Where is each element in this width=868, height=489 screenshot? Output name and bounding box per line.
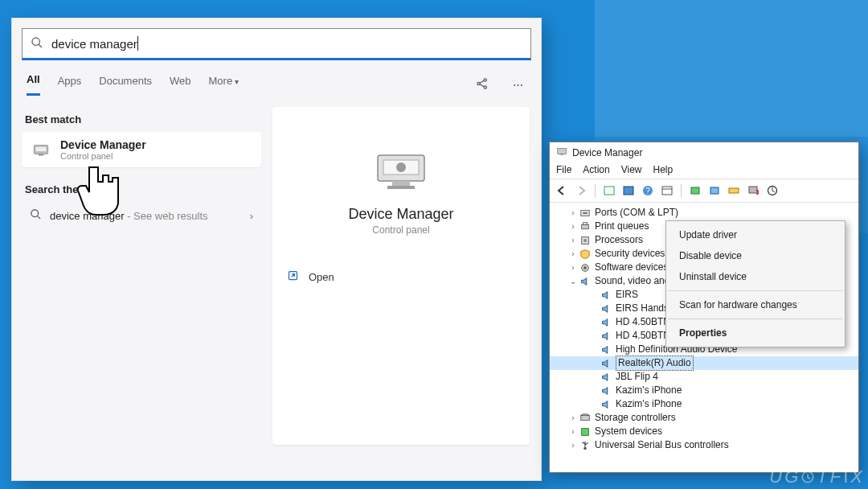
tree-category[interactable]: ›Universal Serial Bus controllers — [550, 438, 858, 452]
context-menu-item[interactable]: Update driver — [666, 224, 845, 245]
svg-rect-42 — [582, 428, 589, 435]
svg-rect-33 — [583, 212, 587, 214]
toolbar: ? ✕ — [550, 179, 858, 203]
chevron-right-icon: › — [250, 210, 253, 222]
search-the-web-heading: Search the web — [25, 183, 258, 195]
tab-documents[interactable]: Documents — [99, 75, 152, 95]
windows-search-panel: device manager All Apps Documents Web Mo… — [11, 18, 542, 481]
svg-point-2 — [477, 82, 480, 84]
result-subtitle: Control panel — [60, 151, 146, 161]
svg-text:?: ? — [645, 187, 650, 195]
help-icon[interactable]: ? — [639, 183, 657, 199]
toolbar-icon[interactable] — [600, 183, 618, 199]
tree-device[interactable]: Realtek(R) Audio — [550, 356, 858, 370]
search-icon — [30, 208, 42, 223]
svg-line-5 — [480, 80, 484, 83]
svg-line-11 — [37, 216, 40, 219]
svg-rect-34 — [582, 224, 589, 228]
svg-line-1 — [39, 44, 42, 47]
svg-point-16 — [396, 162, 406, 172]
context-menu-item[interactable]: Scan for hardware changes — [666, 294, 845, 315]
app-icon — [556, 146, 567, 159]
search-tabs: All Apps Documents Web More▾ ⋯ — [12, 60, 541, 96]
web-result-sub: See web results — [133, 210, 208, 222]
toolbar-icon[interactable] — [725, 183, 743, 199]
preview-subtitle: Control panel — [372, 224, 429, 236]
tree-category[interactable]: ›Ports (COM & LPT) — [550, 206, 858, 220]
tab-more[interactable]: More▾ — [209, 75, 240, 95]
svg-point-39 — [583, 266, 587, 269]
svg-rect-37 — [583, 239, 587, 242]
menu-separator — [668, 318, 843, 319]
context-menu: Update driverDisable deviceUninstall dev… — [665, 220, 845, 347]
open-label: Open — [309, 271, 334, 283]
menu-view[interactable]: View — [621, 164, 642, 175]
svg-rect-9 — [39, 154, 44, 155]
svg-rect-20 — [604, 187, 614, 195]
svg-rect-24 — [662, 187, 672, 195]
context-menu-item[interactable]: Disable device — [666, 245, 845, 266]
svg-rect-27 — [710, 187, 719, 194]
svg-rect-35 — [583, 222, 587, 224]
svg-line-6 — [480, 84, 484, 86]
search-icon — [31, 36, 43, 51]
search-input-wrapper[interactable]: device manager — [22, 28, 531, 60]
tree-category[interactable]: ›System devices — [550, 425, 858, 438]
menu-bar: File Action View Help — [550, 162, 858, 179]
scan-icon[interactable] — [686, 183, 704, 199]
web-result-label: device manager — [50, 210, 125, 222]
toolbar-icon[interactable] — [658, 183, 676, 199]
svg-point-0 — [32, 38, 39, 45]
svg-rect-15 — [387, 186, 415, 189]
svg-rect-21 — [624, 187, 633, 195]
tab-apps[interactable]: Apps — [58, 75, 82, 95]
svg-point-43 — [583, 446, 587, 450]
svg-rect-28 — [729, 188, 739, 193]
result-title: Device Manager — [60, 138, 146, 151]
best-match-heading: Best match — [25, 113, 258, 125]
svg-rect-8 — [36, 147, 47, 151]
tab-all[interactable]: All — [27, 73, 40, 96]
back-button[interactable] — [553, 183, 571, 199]
svg-rect-19 — [560, 154, 563, 155]
tab-web[interactable]: Web — [170, 75, 191, 95]
device-manager-icon — [30, 138, 52, 161]
svg-rect-26 — [691, 187, 699, 194]
toolbar-icon[interactable] — [764, 183, 781, 199]
web-result[interactable]: device manager - See web results › — [22, 202, 261, 229]
share-icon[interactable] — [473, 76, 491, 93]
open-action[interactable]: Open — [287, 269, 334, 284]
svg-rect-14 — [392, 181, 410, 186]
forward-button[interactable] — [572, 183, 590, 199]
watermark: UG TFIX — [769, 466, 863, 487]
search-query-text: device manager — [51, 37, 137, 51]
toolbar-icon[interactable] — [620, 183, 637, 199]
menu-file[interactable]: File — [556, 164, 571, 175]
tree-device[interactable]: Kazim's iPhone — [550, 397, 858, 411]
open-icon — [287, 269, 299, 284]
uninstall-icon[interactable]: ✕ — [744, 183, 762, 199]
svg-text:✕: ✕ — [755, 187, 759, 196]
device-manager-large-icon — [373, 147, 429, 191]
window-title: Device Manager — [572, 147, 642, 158]
context-menu-item[interactable]: Uninstall device — [666, 266, 845, 287]
best-match-result[interactable]: Device Manager Control panel — [22, 132, 261, 167]
result-preview-pane: Device Manager Control panel Open — [272, 107, 530, 445]
context-menu-item[interactable]: Properties — [666, 323, 845, 343]
more-icon[interactable]: ⋯ — [509, 79, 526, 91]
update-icon[interactable] — [706, 183, 723, 199]
svg-point-4 — [484, 85, 486, 88]
tree-category[interactable]: ›Storage controllers — [550, 411, 858, 425]
svg-rect-18 — [558, 149, 567, 154]
svg-point-10 — [31, 210, 39, 217]
menu-action[interactable]: Action — [583, 164, 609, 175]
tree-device[interactable]: Kazim's iPhone — [550, 384, 858, 397]
window-titlebar[interactable]: Device Manager — [550, 142, 858, 162]
tree-device[interactable]: JBL Flip 4 — [550, 370, 858, 384]
menu-separator — [668, 290, 843, 291]
menu-help[interactable]: Help — [653, 164, 674, 175]
preview-title: Device Manager — [348, 206, 453, 223]
svg-rect-41 — [581, 415, 590, 420]
svg-point-3 — [484, 78, 486, 80]
